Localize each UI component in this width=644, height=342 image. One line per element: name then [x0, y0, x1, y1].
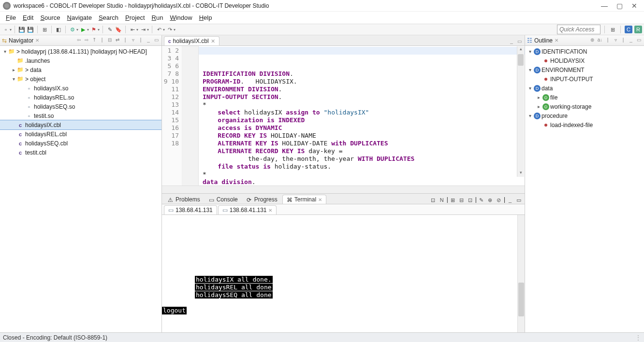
- collapse-icon[interactable]: ⊟: [106, 37, 113, 44]
- window-title: workspace6 - COBOL-IT Developer Studio -…: [14, 2, 601, 9]
- terminal-conn-tab[interactable]: ▭ 138.68.41.131: [164, 205, 217, 214]
- outline-item[interactable]: HOLIDAYSIX: [525, 56, 644, 65]
- tree-item[interactable]: 📁.launches: [0, 56, 161, 65]
- menu-file[interactable]: File: [3, 13, 19, 22]
- terminal-conn-tabs: ▭ 138.68.41.131▭ 138.68.41.131 ✕: [162, 204, 525, 215]
- menu-help[interactable]: Help: [196, 13, 215, 22]
- ext-icon[interactable]: ⚑: [90, 26, 98, 33]
- bottom-tab-progress[interactable]: ⟳Progress: [243, 195, 281, 204]
- outline-item[interactable]: ▸⊙file: [525, 93, 644, 102]
- tree-item[interactable]: ▫holidaysIX.so: [0, 84, 161, 93]
- status-bar: Closed - Encoding: Default (ISO-8859-1) …: [0, 332, 644, 342]
- back-icon[interactable]: ↶: [155, 26, 163, 33]
- link-icon[interactable]: ⇄: [114, 37, 121, 44]
- minimize-button[interactable]: —: [601, 2, 608, 10]
- bmin-icon[interactable]: _: [506, 196, 514, 204]
- bottom-tab-console[interactable]: ▭Console: [205, 195, 242, 204]
- persp-other-icon[interactable]: R: [634, 26, 642, 33]
- editor-area: c holidaysIX.cbl ✕ _▭ 1 2 3 4 5 6 7 8 9 …: [162, 35, 525, 332]
- navigator-title: Navigator: [9, 37, 33, 44]
- menu-search[interactable]: Search: [96, 13, 121, 22]
- bottom-tab-terminal[interactable]: ⌘Terminal ✕: [282, 195, 326, 204]
- outline-tree[interactable]: ▾DIDENTIFICATIONHOLIDAYSIX▾DENVIRONMENTI…: [525, 46, 644, 332]
- fwd-icon[interactable]: ↷: [166, 26, 174, 33]
- outline-max-icon[interactable]: ▭: [635, 37, 642, 44]
- tree-item[interactable]: ▾📁> object: [0, 74, 161, 84]
- editor-min-icon[interactable]: _: [508, 39, 515, 45]
- terminal-body[interactable]: holidaysIX all done.holidaysREL all done…: [162, 215, 525, 332]
- close-button[interactable]: ✕: [631, 2, 637, 10]
- tree-item[interactable]: ▫holidaysSEQ.so: [0, 102, 161, 111]
- outline-item[interactable]: load-indexed-file: [525, 120, 644, 129]
- outline-item[interactable]: ▾Ddata: [525, 84, 644, 93]
- up-nav-icon[interactable]: ⤒: [91, 37, 98, 44]
- persp-cobol-icon[interactable]: C: [625, 26, 632, 33]
- tree-item[interactable]: ▾📁> holidayprj (138.68.41.131) [holidayp…: [0, 47, 161, 56]
- tree-item[interactable]: cholidaysIX.cbl: [0, 120, 161, 129]
- pin-icon[interactable]: ⊡: [429, 196, 437, 204]
- title-bar: workspace6 - COBOL-IT Developer Studio -…: [0, 0, 644, 12]
- outline-item[interactable]: ▾Dprocedure: [525, 111, 644, 120]
- outline-filter-icon[interactable]: ▿: [612, 37, 619, 44]
- grid-icon[interactable]: ⊞: [41, 26, 48, 33]
- save-all-icon[interactable]: 💾: [27, 26, 34, 33]
- outline-item[interactable]: ▾DIDENTIFICATION: [525, 47, 644, 56]
- close-icon[interactable]: ✕: [211, 38, 215, 44]
- fwd-nav-icon[interactable]: ⇨: [83, 37, 90, 44]
- filter-icon[interactable]: ▿: [130, 37, 136, 44]
- outline-item[interactable]: ▸⊙working-storage: [525, 102, 644, 111]
- tree-item[interactable]: ▫holidaysREL.so: [0, 93, 161, 102]
- status-text: Closed - Encoding: Default (ISO-8859-1): [3, 334, 107, 341]
- menu-navigate[interactable]: Navigate: [64, 13, 95, 22]
- toggle-icon[interactable]: ◧: [55, 26, 62, 33]
- debug-icon[interactable]: ⚙: [69, 26, 76, 33]
- tree-item[interactable]: ▫testit.so: [0, 111, 161, 120]
- tree-item[interactable]: ▸📁> data: [0, 65, 161, 74]
- tag-icon[interactable]: 🔖: [115, 26, 122, 33]
- outline-title: Outline: [534, 37, 553, 44]
- sort2-icon[interactable]: a↓: [597, 37, 603, 44]
- maximize-button[interactable]: ▢: [616, 2, 623, 10]
- max-icon[interactable]: ▭: [153, 37, 160, 44]
- a-icon[interactable]: N: [438, 196, 446, 204]
- menu-edit[interactable]: Edit: [20, 13, 36, 22]
- shift-r-icon[interactable]: ⇥: [139, 26, 147, 33]
- menu-project[interactable]: Project: [122, 13, 147, 22]
- navigator-panel: ⇆ Navigator ✕ ⇦ ⇨ ⤒ | ⊟ ⇄ | ▿ | _ ▭ ▾📁> …: [0, 35, 162, 332]
- outline-icon: ☷: [527, 37, 532, 44]
- min-icon[interactable]: _: [145, 37, 152, 44]
- outline-panel: ☷ Outline ✕ ⊕ a↓ | ▿ | _ ▭ ▾DIDENTIFICAT…: [525, 35, 644, 332]
- run-icon[interactable]: ▶: [79, 26, 87, 33]
- save-icon[interactable]: 💾: [18, 26, 26, 33]
- outline-item[interactable]: ▾DENVIRONMENT: [525, 65, 644, 74]
- tree-item[interactable]: cholidaysREL.cbl: [0, 129, 161, 139]
- back-nav-icon[interactable]: ⇦: [75, 37, 82, 44]
- navigator-tree[interactable]: ▾📁> holidayprj (138.68.41.131) [holidayp…: [0, 46, 161, 332]
- editor-tab-label: holidaysIX.cbl: [173, 38, 209, 44]
- outline-item[interactable]: INPUT-OUTPUT: [525, 74, 644, 84]
- menu-run[interactable]: Run: [149, 13, 166, 22]
- editor-tab[interactable]: c holidaysIX.cbl ✕: [164, 36, 220, 45]
- quick-access-input[interactable]: [557, 25, 600, 34]
- code-area[interactable]: IDENTIFICATION DIVISION. PROGRAM-ID. HOL…: [199, 46, 525, 185]
- outline-min-icon[interactable]: _: [628, 37, 634, 44]
- shift-icon[interactable]: ⇤: [129, 26, 136, 33]
- tree-item[interactable]: ctestit.cbl: [0, 148, 161, 157]
- menu-window[interactable]: Window: [167, 13, 195, 22]
- tab-close-icon[interactable]: ✕: [35, 38, 39, 43]
- sort-icon[interactable]: ⊕: [589, 37, 596, 44]
- tab-close-icon[interactable]: ✕: [555, 38, 558, 43]
- new-icon[interactable]: ▫: [2, 26, 10, 33]
- bottom-tab-problems[interactable]: ⚠Problems: [164, 195, 204, 204]
- navigator-icon: ⇆: [2, 37, 7, 44]
- terminal-scrollbar[interactable]: [517, 215, 525, 332]
- editor-max-icon[interactable]: ▭: [516, 39, 523, 45]
- wand-icon[interactable]: ✎: [106, 26, 114, 33]
- editor-body[interactable]: 1 2 3 4 5 6 7 8 9 10 11 12 13 14 15 16 1…: [162, 46, 525, 185]
- open-persp-icon[interactable]: ⊞: [609, 26, 616, 33]
- bmax-icon[interactable]: ▭: [515, 196, 523, 204]
- menu-source[interactable]: Source: [37, 13, 63, 22]
- terminal-conn-tab[interactable]: ▭ 138.68.41.131 ✕: [218, 205, 277, 214]
- tree-item[interactable]: cholidaysSEQ.cbl: [0, 139, 161, 148]
- horizontal-scrollbar[interactable]: [162, 185, 525, 193]
